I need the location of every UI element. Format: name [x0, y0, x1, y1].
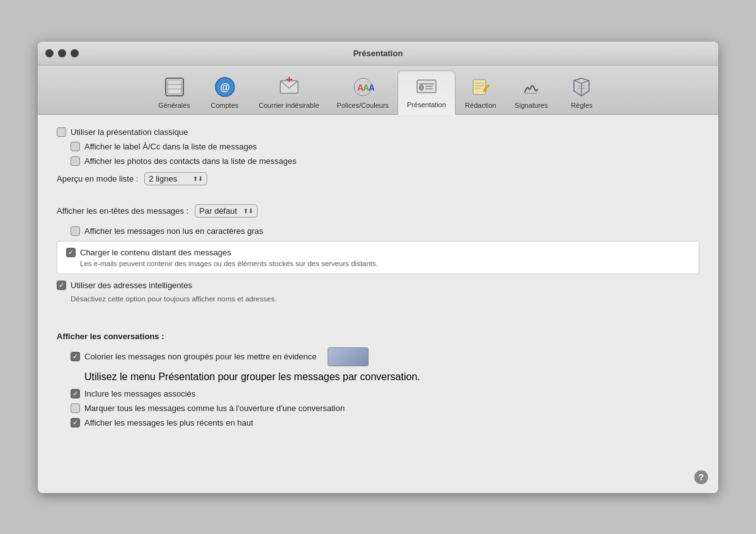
polices-icon: A A A	[350, 74, 375, 100]
block-colorize: Colorier les messages non groupés pour l…	[57, 347, 699, 383]
checkbox-colorize[interactable]	[71, 352, 80, 361]
close-button[interactable]	[45, 49, 54, 57]
label-colorize: Colorier les messages non groupés pour l…	[84, 352, 317, 361]
maximize-button[interactable]	[71, 49, 79, 57]
label-bold-unread: Afficher les messages non lus en caractè…	[84, 226, 263, 236]
main-window: Présentation Générales @ Comptes	[38, 42, 718, 493]
toolbar: Générales @ Comptes Courri	[38, 66, 718, 115]
row-mark-read: Marquer tous les messages comme lus à l'…	[71, 403, 699, 413]
label-recent-top: Afficher les messages les plus récents e…	[84, 418, 253, 427]
row-classic-presentation: Utiliser la présentation classique	[57, 127, 699, 137]
row-colorize: Colorier les messages non groupés pour l…	[71, 347, 699, 366]
comptes-icon: @	[212, 74, 238, 100]
checkbox-distant-content[interactable]	[66, 248, 76, 257]
content-area: Utiliser la présentation classique Affic…	[38, 115, 718, 493]
checkbox-smart-addresses[interactable]	[57, 281, 66, 290]
regles-icon	[569, 74, 594, 100]
checkbox-show-photos[interactable]	[71, 156, 80, 166]
label-include-associated: Inclure les messages associés	[84, 389, 195, 398]
tab-generales[interactable]: Générales	[149, 72, 200, 114]
tab-polices-label: Polices/Couleurs	[337, 102, 389, 109]
generales-icon	[162, 74, 187, 100]
checkbox-classic-presentation[interactable]	[57, 127, 66, 137]
label-show-label-acc: Afficher le label À/Cc dans la liste de …	[84, 142, 257, 151]
tab-generales-label: Générales	[158, 102, 190, 109]
entetes-arrow: ⬆⬇	[243, 207, 253, 214]
section-conversations: Afficher les conversations :	[57, 332, 699, 341]
apercu-arrow: ⬆⬇	[193, 175, 203, 182]
select-apercu[interactable]: 2 lignes ⬆⬇	[144, 172, 207, 185]
label-show-photos: Afficher les photos des contacts dans la…	[84, 156, 297, 166]
label-distant-content: Charger le contenu distant des messages	[80, 248, 231, 257]
tab-regles[interactable]: Règles	[556, 72, 607, 114]
tab-redaction-label: Rédaction	[465, 102, 496, 109]
entetes-value: Par défaut	[199, 206, 237, 216]
checkbox-include-associated[interactable]	[71, 389, 80, 398]
redaction-icon	[468, 74, 493, 100]
label-mark-read: Marquer tous les messages comme lus à l'…	[84, 403, 345, 413]
svg-text:@: @	[220, 82, 230, 93]
label-classic-presentation: Utiliser la présentation classique	[71, 127, 188, 137]
label-entetes: Afficher les en-têtes des messages :	[57, 206, 188, 216]
row-show-photos: Afficher les photos des contacts dans la…	[71, 156, 699, 166]
tab-courrier[interactable]: Courrier indésirable	[250, 72, 328, 114]
tab-courrier-label: Courrier indésirable	[259, 102, 319, 109]
checkbox-mark-read[interactable]	[71, 403, 80, 413]
label-apercu: Aperçu en mode liste :	[57, 174, 138, 183]
row-recent-top: Afficher les messages les plus récents e…	[71, 418, 699, 427]
help-button[interactable]: ?	[694, 470, 708, 484]
row-distant-content: Charger le contenu distant des messages	[66, 248, 690, 257]
subtext-distant-content: Les e-mails peuvent contenir des images …	[80, 260, 690, 267]
checkbox-bold-unread[interactable]	[71, 226, 80, 236]
tab-regles-label: Règles	[571, 102, 592, 109]
signatures-icon	[518, 74, 544, 100]
tab-signatures-label: Signatures	[515, 102, 548, 109]
row-smart-addresses: Utiliser des adresses intelligentes	[57, 281, 699, 290]
tab-comptes[interactable]: @ Comptes	[200, 72, 250, 114]
checkbox-show-label-acc[interactable]	[71, 142, 80, 151]
highlight-distant-content: Charger le contenu distant des messages …	[57, 241, 699, 274]
color-swatch[interactable]	[328, 347, 369, 366]
row-show-label-acc: Afficher le label À/Cc dans la liste de …	[71, 142, 699, 151]
checkbox-recent-top[interactable]	[71, 418, 80, 427]
subtext-smart-addresses: Désactivez cette option pour toujours af…	[71, 295, 699, 303]
tab-redaction[interactable]: Rédaction	[455, 72, 506, 114]
window-title: Présentation	[353, 49, 403, 58]
minimize-button[interactable]	[58, 49, 66, 57]
apercu-value: 2 lignes	[149, 174, 177, 183]
svg-text:A: A	[369, 83, 374, 93]
tab-polices[interactable]: A A A Polices/Couleurs	[328, 72, 398, 114]
tab-presentation-label: Présentation	[407, 101, 446, 108]
presentation-icon	[414, 74, 439, 99]
row-include-associated: Inclure les messages associés	[71, 389, 699, 398]
svg-rect-21	[473, 79, 486, 95]
tab-presentation[interactable]: Présentation	[398, 71, 455, 115]
row-bold-unread: Afficher les messages non lus en caractè…	[71, 226, 699, 236]
traffic-lights	[45, 49, 79, 57]
label-smart-addresses: Utiliser des adresses intelligentes	[71, 281, 192, 290]
block-smart-addresses: Utiliser des adresses intelligentes Désa…	[57, 281, 699, 303]
row-apercu: Aperçu en mode liste : 2 lignes ⬆⬇	[57, 172, 699, 185]
tab-signatures[interactable]: Signatures	[506, 72, 557, 114]
title-bar: Présentation	[38, 42, 718, 66]
courrier-icon	[277, 74, 302, 100]
svg-rect-1	[168, 80, 181, 94]
tab-comptes-label: Comptes	[211, 102, 239, 109]
subtext-colorize: Utilisez le menu Présentation pour group…	[84, 371, 699, 383]
row-entetes: Afficher les en-têtes des messages : Par…	[57, 204, 699, 218]
select-entetes[interactable]: Par défaut ⬆⬇	[195, 204, 258, 218]
